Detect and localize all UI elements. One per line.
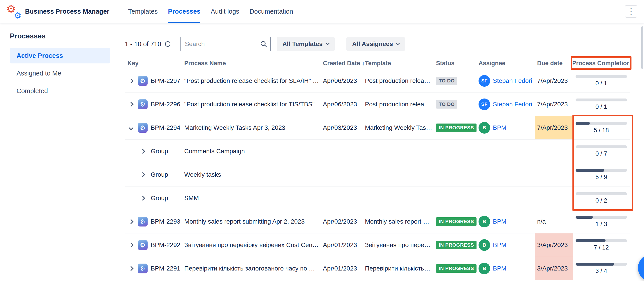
sidebar-item-completed[interactable]: Completed (10, 83, 110, 99)
template-name: Monthly sales report … (365, 210, 436, 233)
expand-chevron-icon[interactable] (128, 78, 134, 83)
assignee-cell: SF Stepan Fedori (478, 93, 535, 116)
assignee-cell: B BPM (478, 234, 535, 257)
process-completion-cell: 7 / 12 (573, 234, 629, 257)
expand-chevron-icon[interactable] (128, 125, 134, 130)
more-options-button[interactable]: ⋮ (625, 5, 637, 18)
scrollbar[interactable] (641, 26, 643, 69)
column-header-template[interactable]: Template (365, 60, 436, 67)
due-date: 7/Apr/2023 (535, 93, 573, 116)
table-row[interactable]: Group Comments Campaign 0 / 7 (125, 140, 630, 163)
column-header-assignee[interactable]: Assignee (478, 60, 535, 67)
expand-chevron-icon[interactable] (128, 266, 134, 271)
sort-desc-icon: ↓ (362, 60, 365, 66)
assignee-cell: SF Stepan Fedori (478, 69, 535, 92)
created-date: Apr/01/2023 (323, 257, 365, 280)
table-row[interactable]: ⚙ BPM-2291 Перевірити кількість залогова… (125, 257, 630, 280)
table-row[interactable]: ⚙ BPM-2292 Звітування про перевірку ввір… (125, 234, 630, 257)
due-date: 7/Apr/2023 (535, 69, 573, 92)
process-name[interactable]: Перевірити кількість залогованого часу п… (184, 257, 323, 280)
process-completion-cell: 0 / 1 (573, 93, 629, 116)
search-input[interactable] (180, 37, 271, 51)
expand-chevron-icon[interactable] (128, 219, 134, 224)
main-content: 1 - 10 of 710 All Templates All Assignee… (125, 23, 630, 280)
process-completion-cell: 3 / 4 (573, 257, 629, 280)
template-name (365, 163, 436, 186)
kebab-icon: ⋮ (627, 6, 635, 16)
column-header-key[interactable]: Key (125, 60, 184, 67)
expand-chevron-icon[interactable] (140, 172, 145, 177)
table-row[interactable]: ⚙ BPM-2293 Monthly sales report submitti… (125, 210, 630, 234)
all-templates-dropdown[interactable]: All Templates (276, 37, 335, 51)
created-date-label: Created Date (323, 60, 360, 66)
sidebar-item-active-process[interactable]: Active Process (10, 48, 110, 63)
table-row[interactable]: Group Weekly tasks 5 / 9 (125, 163, 630, 187)
toolbar: 1 - 10 of 710 All Templates All Assignee… (125, 36, 630, 52)
assignee-cell (478, 163, 535, 186)
process-name[interactable]: Monthly sales report submitting Apr 2, 2… (184, 210, 323, 233)
nav-documentation[interactable]: Documentation (250, 0, 293, 23)
nav-processes[interactable]: Processes (168, 0, 200, 23)
table-row[interactable]: ⚙ BPM-2296 "Post production release chec… (125, 93, 630, 116)
progress-label: 3 / 4 (596, 268, 607, 275)
due-date: n/a (535, 210, 573, 233)
progress-bar (576, 145, 627, 148)
assignee-name[interactable]: BPM (493, 124, 506, 131)
assignee-cell: B BPM (478, 210, 535, 233)
avatar: B (478, 263, 490, 274)
process-icon: ⚙ (138, 264, 148, 274)
assignee-name[interactable]: BPM (493, 242, 506, 249)
process-name[interactable]: Marketing Weekly Tasks Apr 3, 2023 (184, 116, 323, 139)
assignee-name[interactable]: BPM (493, 265, 506, 272)
column-header-created-date[interactable]: Created Date↓ (323, 60, 365, 67)
column-header-process-name[interactable]: Process Name (184, 60, 323, 67)
process-name[interactable]: "Post production release checklist for T… (184, 93, 323, 116)
progress-bar (576, 75, 627, 78)
progress-label: 7 / 12 (594, 244, 609, 251)
chevron-down-icon (326, 41, 330, 45)
column-header-due-date[interactable]: Due date (535, 60, 573, 67)
sidebar-heading: Processes (10, 32, 116, 40)
due-date (535, 140, 573, 163)
nav-templates[interactable]: Templates (128, 0, 158, 23)
assignee-name[interactable]: Stepan Fedori (493, 101, 532, 108)
process-name[interactable]: "Post production release checklist for S… (184, 69, 323, 92)
column-header-process-completion[interactable]: Process Completion (573, 60, 629, 67)
due-date: 3/Apr/2023 (535, 234, 573, 257)
expand-chevron-icon[interactable] (128, 102, 134, 107)
chevron-down-icon (396, 41, 400, 45)
process-name[interactable]: Звітування про перевірку ввірених Cost C… (184, 234, 323, 257)
table-row[interactable]: ⚙ BPM-2294 Marketing Weekly Tasks Apr 3,… (125, 116, 630, 140)
process-key: BPM-2293 (151, 210, 184, 233)
table-row[interactable]: Group SMM 0 / 2 (125, 187, 630, 210)
status-badge: IN PROGRESS (436, 124, 476, 132)
template-name (365, 187, 436, 210)
process-completion-cell: 0 / 7 (573, 140, 629, 163)
assignee-name[interactable]: BPM (493, 218, 506, 225)
expand-chevron-icon[interactable] (128, 243, 134, 248)
nav-audit-logs[interactable]: Audit logs (211, 0, 239, 23)
due-date: 3/Apr/2023 (535, 257, 573, 280)
all-assignees-dropdown[interactable]: All Assignees (346, 37, 405, 51)
progress-fill (576, 169, 604, 172)
avatar: B (478, 216, 490, 227)
process-key: BPM-2292 (151, 234, 184, 257)
column-header-status[interactable]: Status (436, 60, 478, 67)
sidebar-item-assigned-to-me[interactable]: Assigned to Me (10, 65, 110, 81)
floating-action-button[interactable] (638, 254, 644, 281)
table-row[interactable]: ⚙ BPM-2297 "Post production release chec… (125, 69, 630, 93)
created-date: Apr/03/2023 (323, 116, 365, 139)
refresh-icon[interactable] (164, 40, 172, 48)
expand-chevron-icon[interactable] (140, 196, 145, 201)
process-name[interactable]: SMM (184, 187, 323, 210)
search-box (180, 37, 271, 51)
avatar: B (478, 239, 490, 251)
process-name[interactable]: Comments Campaign (184, 140, 323, 163)
expand-chevron-icon[interactable] (140, 149, 145, 154)
assignee-name[interactable]: Stepan Fedori (493, 77, 532, 84)
created-date (323, 140, 365, 163)
process-name[interactable]: Weekly tasks (184, 163, 323, 186)
sidebar: Processes Active Process Assigned to Me … (0, 23, 116, 101)
process-key: BPM-2294 (151, 116, 184, 139)
created-date (323, 163, 365, 186)
